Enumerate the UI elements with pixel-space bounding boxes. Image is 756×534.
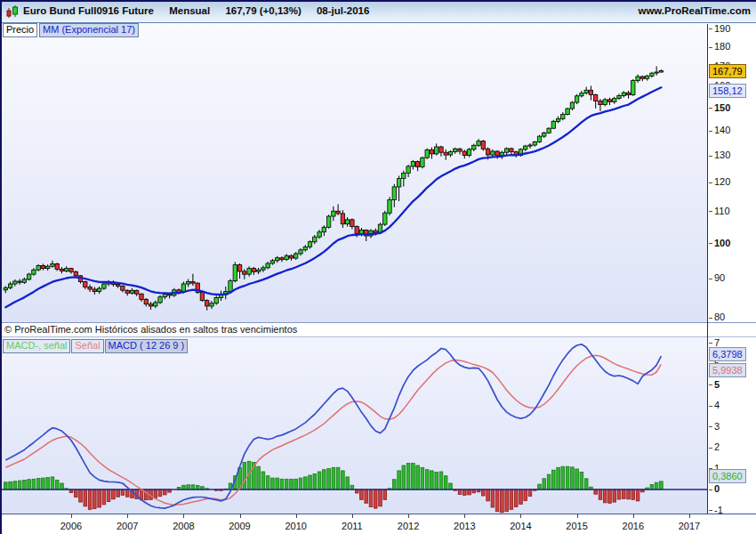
axis-label: 80 bbox=[714, 312, 725, 322]
year-tick bbox=[520, 514, 521, 518]
year-tick bbox=[183, 514, 184, 518]
axis-tick bbox=[709, 108, 712, 109]
price-badge-ema: 158,12 bbox=[709, 84, 746, 98]
axis-tick bbox=[709, 182, 712, 183]
axis-tick bbox=[709, 426, 712, 427]
price-badge-signal: 5,9938 bbox=[709, 363, 746, 377]
candlestick-logo-icon bbox=[5, 4, 20, 20]
axis-tick bbox=[709, 318, 712, 319]
axis-label: 130 bbox=[714, 150, 730, 160]
macd-histogram bbox=[4, 461, 664, 513]
copyright-text: © ProRealTime.com Históricos alisados en… bbox=[4, 324, 297, 335]
instrument-name: Euro Bund Full0916 Future bbox=[23, 5, 154, 16]
year-label: 2006 bbox=[52, 521, 91, 531]
macd-axis[interactable]: 76543210-16,37985,99380,3860 bbox=[708, 338, 756, 514]
price-axis[interactable]: 1901801701601501401301201101009080167,79… bbox=[708, 24, 756, 322]
year-tick bbox=[577, 514, 578, 518]
axis-tick bbox=[709, 28, 712, 29]
axis-tick bbox=[709, 156, 712, 157]
year-label: 2009 bbox=[221, 521, 260, 531]
year-label: 2017 bbox=[670, 521, 709, 531]
axis-tick bbox=[709, 279, 712, 279]
axis-label: 0 bbox=[714, 483, 720, 494]
macd-tab-row: MACD-, señalSeñalMACD ( 12 26 9 ) bbox=[3, 339, 189, 353]
last-price-change: 167,79 (+0,13%) bbox=[225, 5, 301, 16]
axis-label: 7 bbox=[714, 337, 720, 348]
year-tick bbox=[689, 514, 690, 518]
tab-precio[interactable]: Precio bbox=[3, 23, 37, 37]
year-label: 2012 bbox=[389, 521, 428, 531]
prorealtime-brand: www.ProRealTime.com bbox=[638, 5, 751, 16]
axis-label: 2 bbox=[714, 441, 720, 452]
year-label: 2010 bbox=[277, 521, 316, 531]
ema17-line bbox=[5, 87, 661, 307]
year-tick bbox=[408, 514, 409, 518]
year-label: 2016 bbox=[614, 521, 653, 531]
year-tick bbox=[352, 514, 353, 518]
year-label: 2011 bbox=[333, 521, 372, 531]
trading-platform-window: Euro Bund Full0916 Future Mensual 167,79… bbox=[0, 0, 756, 534]
timeframe-label: Mensual bbox=[169, 5, 210, 16]
axis-tick bbox=[709, 406, 712, 407]
axis-label: 110 bbox=[714, 206, 730, 216]
axis-tick bbox=[709, 131, 712, 132]
tab-macd-senal[interactable]: MACD-, señal bbox=[3, 339, 70, 353]
axis-tick bbox=[709, 510, 712, 511]
axis-label: 190 bbox=[714, 23, 730, 34]
axis-tick bbox=[709, 211, 712, 212]
panel-splitter[interactable] bbox=[2, 336, 756, 337]
axis-tick bbox=[709, 490, 712, 490]
year-tick bbox=[296, 514, 297, 518]
time-axis[interactable]: 2006200720082009201020112012201320142015… bbox=[2, 514, 756, 534]
year-label: 2014 bbox=[501, 521, 540, 531]
copyright-bar: © ProRealTime.com Históricos alisados en… bbox=[2, 322, 756, 337]
axis-label: 150 bbox=[714, 102, 730, 113]
candles bbox=[4, 66, 664, 311]
year-tick bbox=[633, 514, 634, 518]
axis-tick bbox=[709, 243, 712, 244]
quote-date: 08-jul-2016 bbox=[317, 5, 369, 16]
tab-moving-average[interactable]: MM (Exponencial 17) bbox=[39, 23, 139, 37]
year-label: 2015 bbox=[558, 521, 597, 531]
axis-tick bbox=[709, 448, 712, 449]
axis-label: 4 bbox=[714, 400, 720, 410]
year-label: 2013 bbox=[445, 521, 484, 531]
year-tick bbox=[71, 514, 72, 518]
axis-label: 120 bbox=[714, 176, 730, 187]
axis-label: 180 bbox=[714, 41, 730, 52]
year-tick bbox=[240, 514, 241, 518]
axis-label: 140 bbox=[714, 125, 730, 135]
price-badge-last: 167,79 bbox=[709, 64, 746, 78]
year-label: 2007 bbox=[108, 521, 147, 531]
year-label: 2008 bbox=[164, 521, 203, 531]
axis-label: 100 bbox=[714, 238, 730, 248]
chart-header: Euro Bund Full0916 Future Mensual 167,79… bbox=[2, 2, 756, 23]
price-badge-macd: 6,3798 bbox=[709, 347, 746, 361]
axis-label: 5 bbox=[714, 379, 720, 390]
axis-tick bbox=[709, 343, 712, 344]
chart-canvas[interactable] bbox=[2, 2, 707, 534]
axis-label: 90 bbox=[714, 272, 725, 283]
axis-tick bbox=[709, 47, 712, 48]
price-badge-hist: 0,3860 bbox=[709, 469, 746, 483]
year-tick bbox=[464, 514, 465, 518]
tab-senal[interactable]: Señal bbox=[71, 339, 103, 353]
instrument-title-row: Euro Bund Full0916 Future Mensual 167,79… bbox=[23, 5, 382, 16]
tab-macd-params[interactable]: MACD ( 12 26 9 ) bbox=[105, 339, 189, 353]
axis-tick bbox=[709, 384, 712, 385]
axis-label: 3 bbox=[714, 421, 720, 432]
year-tick bbox=[127, 514, 128, 518]
